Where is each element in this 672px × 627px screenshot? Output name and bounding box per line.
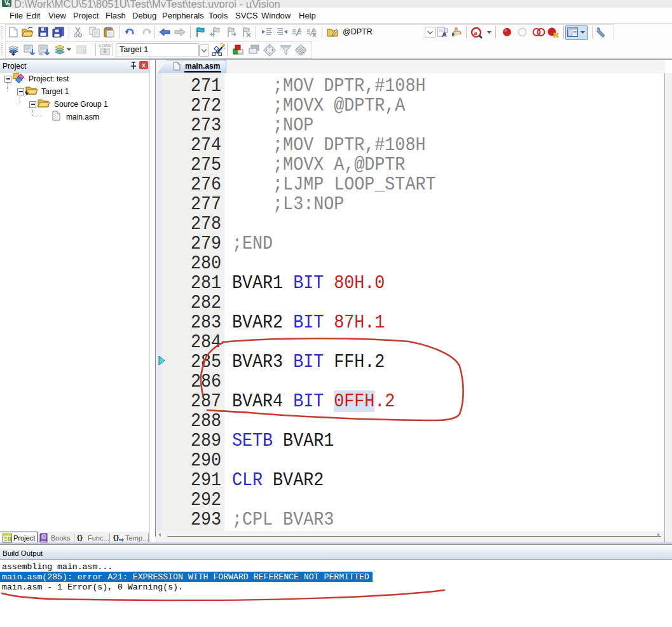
svg-text:LOAD: LOAD <box>99 43 111 48</box>
svg-text:a: a <box>474 29 477 36</box>
svg-text:5: 5 <box>8 3 10 7</box>
svg-text:?: ? <box>43 535 45 539</box>
